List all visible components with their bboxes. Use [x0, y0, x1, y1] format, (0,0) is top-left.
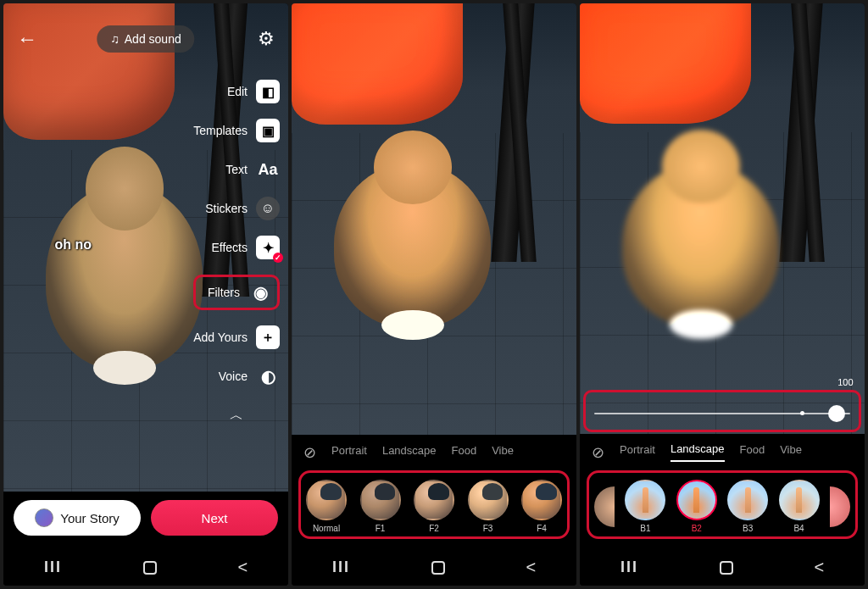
filter-thumb: [360, 480, 401, 520]
tab-landscape[interactable]: Landscape: [382, 444, 437, 462]
filter-peek-right[interactable]: [830, 486, 850, 527]
filter-peek-left[interactable]: [594, 486, 615, 527]
tab-food[interactable]: Food: [740, 443, 765, 461]
bottom-action-bar: Your Story Next: [3, 492, 288, 544]
templates-button[interactable]: Templates ▣: [193, 119, 280, 142]
intensity-slider[interactable]: [594, 413, 850, 414]
back-arrow-icon[interactable]: ←: [17, 27, 37, 51]
tab-landscape[interactable]: Landscape: [670, 442, 725, 462]
filter-thumb: [414, 480, 454, 520]
filters-icon: ◉: [248, 281, 272, 304]
settings-gear-icon[interactable]: ⚙: [258, 28, 275, 50]
filter-preset-f1[interactable]: F1: [360, 480, 401, 533]
nav-home-icon[interactable]: [143, 561, 157, 575]
voice-icon: ◐: [256, 364, 280, 388]
filter-preset-f4[interactable]: F4: [521, 480, 562, 533]
screen-filter-categories: ⊘ Portrait Landscape Food Vibe Normal F1…: [292, 3, 576, 586]
expand-chevron-icon[interactable]: ︿: [193, 407, 280, 425]
filter-presets-highlight: B1 B2 B3 B4: [587, 470, 858, 539]
edit-button[interactable]: Edit ◧: [193, 80, 280, 103]
filter-thumb: [306, 480, 347, 520]
editor-side-toolbar: Edit ◧ Templates ▣ Text Aa Stickers ☺ Ef…: [193, 80, 280, 425]
nav-recent-icon[interactable]: III: [620, 558, 638, 576]
android-nav-bar: III <: [580, 544, 865, 586]
effects-button[interactable]: Effects ✦✓: [193, 236, 280, 259]
nav-back-icon[interactable]: <: [526, 558, 536, 577]
add-sound-label: Add sound: [125, 32, 181, 46]
screen-filter-intensity: 100 ⊘ Portrait Landscape Food Vibe B1: [580, 3, 865, 586]
text-icon: Aa: [256, 158, 280, 181]
no-filter-icon[interactable]: ⊘: [303, 443, 316, 462]
filter-panel: ⊘ Portrait Landscape Food Vibe B1 B2 B3: [580, 434, 865, 544]
filter-presets-highlight: Normal F1 F2 F3 F4: [298, 470, 570, 539]
slider-value: 100: [837, 377, 853, 387]
tab-food[interactable]: Food: [452, 444, 477, 462]
filter-thumb: [521, 480, 562, 520]
filter-thumb: [727, 480, 768, 520]
edit-icon: ◧: [256, 80, 280, 103]
filters-button[interactable]: Filters ◉: [193, 275, 280, 310]
avatar-icon: [35, 508, 53, 527]
effects-icon: ✦✓: [256, 236, 280, 259]
stickers-icon: ☺: [256, 197, 280, 220]
filter-thumb: [625, 480, 665, 520]
filter-thumb: [676, 480, 717, 520]
nav-recent-icon[interactable]: III: [332, 558, 350, 576]
video-preview[interactable]: ← ♫ Add sound ⚙ oh no Edit ◧ Templates ▣…: [3, 3, 288, 492]
next-button[interactable]: Next: [151, 500, 278, 536]
tab-portrait[interactable]: Portrait: [620, 443, 655, 461]
tab-vibe[interactable]: Vibe: [492, 444, 514, 462]
filter-preset-b1[interactable]: B1: [625, 480, 665, 533]
nav-back-icon[interactable]: <: [237, 558, 248, 577]
filter-preset-f3[interactable]: F3: [468, 480, 509, 533]
video-preview-filtered[interactable]: [292, 3, 576, 435]
android-nav-bar: III <: [3, 544, 288, 586]
music-note-icon: ♫: [110, 32, 120, 46]
filter-preset-f2[interactable]: F2: [414, 480, 454, 533]
filter-category-tabs: ⊘ Portrait Landscape Food Vibe: [580, 442, 865, 470]
your-story-button[interactable]: Your Story: [14, 500, 141, 536]
nav-home-icon[interactable]: [431, 561, 445, 575]
nav-home-icon[interactable]: [720, 561, 733, 575]
filter-thumb: [468, 480, 509, 520]
filter-panel: ⊘ Portrait Landscape Food Vibe Normal F1…: [292, 435, 576, 544]
filter-preset-b2[interactable]: B2: [676, 480, 717, 533]
voice-button[interactable]: Voice ◐: [193, 364, 280, 388]
nav-recent-icon[interactable]: III: [44, 558, 62, 576]
add-yours-button[interactable]: Add Yours ＋: [193, 325, 280, 349]
nav-back-icon[interactable]: <: [814, 558, 824, 577]
add-yours-icon: ＋: [256, 325, 280, 349]
video-preview-filtered[interactable]: 100: [580, 3, 865, 434]
filter-intensity-slider-highlight: 100: [583, 390, 861, 432]
filter-preset-b3[interactable]: B3: [727, 480, 768, 533]
screen-editor: ← ♫ Add sound ⚙ oh no Edit ◧ Templates ▣…: [3, 3, 288, 586]
filter-preset-b4[interactable]: B4: [779, 480, 820, 533]
filter-thumb: [779, 480, 820, 520]
android-nav-bar: III <: [292, 544, 576, 586]
text-button[interactable]: Text Aa: [193, 158, 280, 181]
tab-vibe[interactable]: Vibe: [780, 443, 802, 461]
video-caption[interactable]: oh no: [54, 237, 92, 253]
filter-category-tabs: ⊘ Portrait Landscape Food Vibe: [292, 443, 576, 470]
filter-preset-normal[interactable]: Normal: [306, 480, 347, 533]
add-sound-button[interactable]: ♫ Add sound: [97, 25, 194, 53]
slider-thumb[interactable]: [828, 405, 845, 422]
no-filter-icon[interactable]: ⊘: [592, 443, 604, 462]
stickers-button[interactable]: Stickers ☺: [193, 197, 280, 220]
templates-icon: ▣: [256, 119, 280, 142]
tab-portrait[interactable]: Portrait: [331, 444, 367, 462]
